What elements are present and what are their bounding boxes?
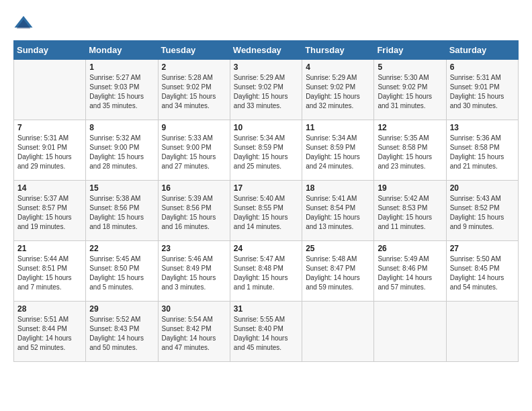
calendar-cell: 9Sunrise: 5:33 AM Sunset: 9:00 PM Daylig… [158,120,230,181]
cell-content: Sunrise: 5:34 AM Sunset: 8:59 PM Dayligh… [306,134,370,171]
calendar-cell: 29Sunrise: 5:52 AM Sunset: 8:43 PM Dayli… [86,302,158,362]
cell-content: Sunrise: 5:30 AM Sunset: 9:02 PM Dayligh… [378,73,442,111]
cell-content: Sunrise: 5:47 AM Sunset: 8:48 PM Dayligh… [234,255,298,292]
header-row: SundayMondayTuesdayWednesdayThursdayFrid… [14,41,519,60]
day-number: 18 [306,183,370,193]
cell-content: Sunrise: 5:38 AM Sunset: 8:56 PM Dayligh… [89,194,154,232]
cell-content: Sunrise: 5:29 AM Sunset: 9:02 PM Dayligh… [234,73,298,111]
header-cell-thursday: Thursday [302,41,374,60]
day-number: 23 [162,244,226,253]
day-number: 6 [450,62,515,72]
calendar-cell: 12Sunrise: 5:35 AM Sunset: 8:58 PM Dayli… [374,120,446,181]
day-number: 30 [162,304,226,314]
day-number: 28 [17,304,82,314]
calendar-cell: 22Sunrise: 5:45 AM Sunset: 8:50 PM Dayli… [86,241,158,302]
calendar-cell: 16Sunrise: 5:39 AM Sunset: 8:56 PM Dayli… [158,181,230,241]
cell-content: Sunrise: 5:49 AM Sunset: 8:46 PM Dayligh… [378,255,442,292]
calendar-cell: 17Sunrise: 5:40 AM Sunset: 8:55 PM Dayli… [230,181,302,241]
calendar-cell: 13Sunrise: 5:36 AM Sunset: 8:58 PM Dayli… [446,120,518,181]
day-number: 17 [234,183,298,193]
cell-content: Sunrise: 5:29 AM Sunset: 9:02 PM Dayligh… [306,73,370,111]
day-number: 11 [306,123,370,132]
cell-content: Sunrise: 5:40 AM Sunset: 8:55 PM Dayligh… [234,194,298,232]
calendar-cell [374,302,446,362]
page-header [13,13,519,34]
day-number: 15 [89,183,154,193]
day-number: 26 [378,244,442,253]
cell-content: Sunrise: 5:36 AM Sunset: 8:58 PM Dayligh… [450,134,515,171]
cell-content: Sunrise: 5:28 AM Sunset: 9:02 PM Dayligh… [162,73,226,111]
header-cell-tuesday: Tuesday [158,41,230,60]
week-row-4: 21Sunrise: 5:44 AM Sunset: 8:51 PM Dayli… [14,241,519,302]
calendar-cell [14,60,86,120]
calendar-cell: 4Sunrise: 5:29 AM Sunset: 9:02 PM Daylig… [302,60,374,120]
day-number: 1 [89,62,154,72]
cell-content: Sunrise: 5:46 AM Sunset: 8:49 PM Dayligh… [162,255,226,292]
day-number: 16 [162,183,226,193]
day-number: 29 [89,304,154,314]
cell-content: Sunrise: 5:42 AM Sunset: 8:53 PM Dayligh… [378,194,442,232]
week-row-2: 7Sunrise: 5:31 AM Sunset: 9:01 PM Daylig… [14,120,519,181]
calendar-cell: 21Sunrise: 5:44 AM Sunset: 8:51 PM Dayli… [14,241,86,302]
day-number: 20 [450,183,515,193]
calendar-header: SundayMondayTuesdayWednesdayThursdayFrid… [14,41,519,60]
day-number: 24 [234,244,298,253]
cell-content: Sunrise: 5:43 AM Sunset: 8:52 PM Dayligh… [450,194,515,232]
cell-content: Sunrise: 5:45 AM Sunset: 8:50 PM Dayligh… [89,255,154,292]
cell-content: Sunrise: 5:55 AM Sunset: 8:40 PM Dayligh… [234,315,298,353]
calendar-cell: 5Sunrise: 5:30 AM Sunset: 9:02 PM Daylig… [374,60,446,120]
calendar-cell: 26Sunrise: 5:49 AM Sunset: 8:46 PM Dayli… [374,241,446,302]
cell-content: Sunrise: 5:27 AM Sunset: 9:03 PM Dayligh… [89,73,154,111]
day-number: 27 [450,244,515,253]
day-number: 5 [378,62,442,72]
calendar-cell: 31Sunrise: 5:55 AM Sunset: 8:40 PM Dayli… [230,302,302,362]
cell-content: Sunrise: 5:52 AM Sunset: 8:43 PM Dayligh… [89,315,154,353]
logo [13,13,36,34]
calendar-cell: 28Sunrise: 5:51 AM Sunset: 8:44 PM Dayli… [14,302,86,362]
cell-content: Sunrise: 5:44 AM Sunset: 8:51 PM Dayligh… [17,255,82,292]
day-number: 4 [306,62,370,72]
calendar-cell: 7Sunrise: 5:31 AM Sunset: 9:01 PM Daylig… [14,120,86,181]
cell-content: Sunrise: 5:35 AM Sunset: 8:58 PM Dayligh… [378,134,442,171]
day-number: 25 [306,244,370,253]
day-number: 9 [162,123,226,132]
calendar-cell: 23Sunrise: 5:46 AM Sunset: 8:49 PM Dayli… [158,241,230,302]
cell-content: Sunrise: 5:48 AM Sunset: 8:47 PM Dayligh… [306,255,370,292]
cell-content: Sunrise: 5:39 AM Sunset: 8:56 PM Dayligh… [162,194,226,232]
day-number: 22 [89,244,154,253]
calendar-cell: 2Sunrise: 5:28 AM Sunset: 9:02 PM Daylig… [158,60,230,120]
day-number: 21 [17,244,82,253]
day-number: 3 [234,62,298,72]
day-number: 7 [17,123,82,132]
calendar-cell: 20Sunrise: 5:43 AM Sunset: 8:52 PM Dayli… [446,181,518,241]
cell-content: Sunrise: 5:31 AM Sunset: 9:01 PM Dayligh… [450,73,515,111]
header-cell-saturday: Saturday [446,41,518,60]
calendar-cell [446,302,518,362]
day-number: 10 [234,123,298,132]
week-row-5: 28Sunrise: 5:51 AM Sunset: 8:44 PM Dayli… [14,302,519,362]
calendar-cell: 14Sunrise: 5:37 AM Sunset: 8:57 PM Dayli… [14,181,86,241]
logo-icon [13,13,34,34]
day-number: 31 [234,304,298,314]
cell-content: Sunrise: 5:54 AM Sunset: 8:42 PM Dayligh… [162,315,226,353]
calendar-cell: 19Sunrise: 5:42 AM Sunset: 8:53 PM Dayli… [374,181,446,241]
calendar-cell: 27Sunrise: 5:50 AM Sunset: 8:45 PM Dayli… [446,241,518,302]
header-cell-monday: Monday [86,41,158,60]
calendar-cell: 24Sunrise: 5:47 AM Sunset: 8:48 PM Dayli… [230,241,302,302]
day-number: 13 [450,123,515,132]
calendar-cell: 30Sunrise: 5:54 AM Sunset: 8:42 PM Dayli… [158,302,230,362]
day-number: 19 [378,183,442,193]
day-number: 2 [162,62,226,72]
header-cell-friday: Friday [374,41,446,60]
cell-content: Sunrise: 5:50 AM Sunset: 8:45 PM Dayligh… [450,255,515,292]
calendar-cell: 18Sunrise: 5:41 AM Sunset: 8:54 PM Dayli… [302,181,374,241]
cell-content: Sunrise: 5:31 AM Sunset: 9:01 PM Dayligh… [17,134,82,171]
calendar-table: SundayMondayTuesdayWednesdayThursdayFrid… [13,40,519,362]
calendar-cell: 6Sunrise: 5:31 AM Sunset: 9:01 PM Daylig… [446,60,518,120]
calendar-cell: 3Sunrise: 5:29 AM Sunset: 9:02 PM Daylig… [230,60,302,120]
calendar-cell: 11Sunrise: 5:34 AM Sunset: 8:59 PM Dayli… [302,120,374,181]
day-number: 8 [89,123,154,132]
cell-content: Sunrise: 5:37 AM Sunset: 8:57 PM Dayligh… [17,194,82,232]
calendar-body: 1Sunrise: 5:27 AM Sunset: 9:03 PM Daylig… [14,60,519,362]
calendar-cell: 25Sunrise: 5:48 AM Sunset: 8:47 PM Dayli… [302,241,374,302]
